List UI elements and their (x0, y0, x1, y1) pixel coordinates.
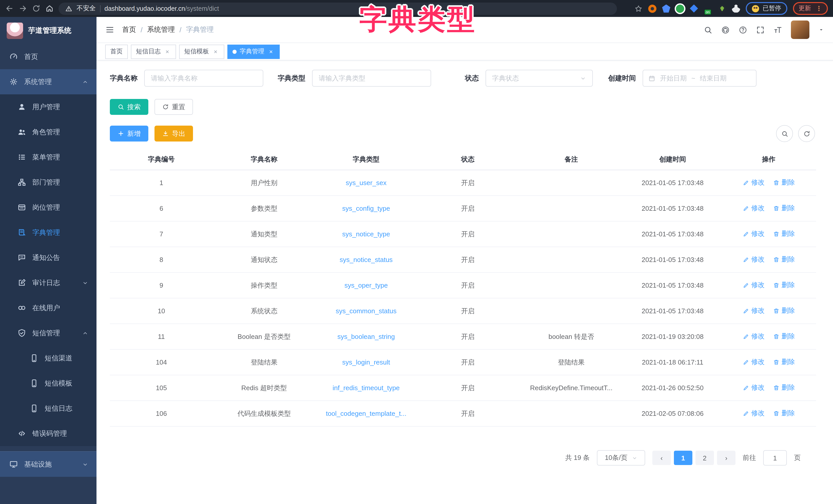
tab-2[interactable]: 短信模板× (179, 44, 224, 59)
avatar-caret-down-icon[interactable] (818, 27, 824, 33)
sidebar-item-online-user[interactable]: 在线用户 (0, 295, 96, 321)
sidebar-item-sms-channel[interactable]: 短信渠道 (0, 346, 96, 371)
delete-link[interactable]: 删除 (773, 255, 795, 264)
dict-type-link[interactable]: sys_login_result (342, 358, 390, 366)
tab-3[interactable]: 字典管理× (228, 44, 280, 59)
delete-link[interactable]: 删除 (773, 229, 795, 239)
logo[interactable]: 芋道管理系统 (0, 17, 96, 44)
dict-type-link[interactable]: sys_oper_type (344, 281, 388, 289)
sidebar-item-role[interactable]: 角色管理 (0, 120, 96, 145)
breadcrumb-system[interactable]: 系统管理 (147, 25, 175, 34)
edit-link[interactable]: 修改 (742, 358, 764, 367)
dict-type-link[interactable]: sys_user_sex (346, 179, 386, 186)
browser-home-icon[interactable] (45, 4, 54, 13)
edit-link[interactable]: 修改 (742, 383, 764, 393)
dict-type-link[interactable]: sys_config_type (342, 205, 390, 212)
sidebar-item-home[interactable]: 首页 (0, 44, 96, 69)
table-search-button[interactable] (776, 125, 793, 142)
sidebar-item-sms[interactable]: 短信管理 (0, 321, 96, 346)
edit-link[interactable]: 修改 (742, 204, 764, 213)
extension-green-circle-icon[interactable] (676, 4, 684, 12)
cell-status: 开启 (417, 298, 519, 324)
breadcrumb-home[interactable]: 首页 (122, 25, 136, 34)
dict-type-input[interactable] (312, 70, 431, 87)
sidebar-item-menu[interactable]: 菜单管理 (0, 145, 96, 170)
sidebar-item-dept[interactable]: 部门管理 (0, 170, 96, 195)
edit-link[interactable]: 修改 (742, 281, 764, 290)
delete-link[interactable]: 删除 (773, 281, 795, 290)
reset-button[interactable]: 重置 (154, 99, 193, 115)
edit-link[interactable]: 修改 (742, 332, 764, 341)
paused-extension-button[interactable]: 已暂停 (746, 2, 787, 15)
delete-link[interactable]: 删除 (773, 178, 795, 187)
help-icon[interactable] (739, 25, 747, 34)
browser-reload-icon[interactable] (32, 4, 41, 13)
search-button[interactable]: 搜索 (110, 99, 148, 115)
dict-type-link[interactable]: sys_notice_type (342, 230, 390, 238)
extension-sprout-icon[interactable] (718, 4, 726, 12)
github-icon[interactable] (721, 25, 730, 34)
table-refresh-button[interactable] (798, 125, 815, 142)
browser-update-button[interactable]: 更新 ⋮ (793, 2, 828, 15)
sidebar-item-audit-log[interactable]: 审计日志 (0, 270, 96, 295)
cell-dict-type: sys_notice_status (315, 247, 417, 273)
extension-gem-icon[interactable] (662, 4, 670, 12)
sidebar-item-system[interactable]: 系统管理 (0, 69, 96, 94)
hamburger-icon[interactable] (105, 25, 115, 34)
dict-type-link[interactable]: tool_codegen_template_t... (326, 410, 406, 417)
page-button-2[interactable]: 2 (695, 451, 714, 465)
sidebar-item-post[interactable]: 岗位管理 (0, 195, 96, 220)
extension-list-icon[interactable]: on (704, 4, 712, 13)
tab-close-icon[interactable]: × (164, 48, 171, 55)
page-size-select[interactable]: 10条/页 (597, 450, 645, 465)
date-range-picker[interactable]: 开始日期 ~ 结束日期 (643, 70, 757, 87)
browser-menu-icon[interactable]: ⋮ (815, 5, 822, 12)
edit-link[interactable]: 修改 (742, 178, 764, 187)
delete-link[interactable]: 删除 (773, 383, 795, 393)
address-bar[interactable]: 不安全 dashboard.yudao.iocoder.cn/system/di… (58, 2, 617, 15)
dict-type-link[interactable]: sys_common_status (336, 307, 397, 315)
edit-link[interactable]: 修改 (742, 229, 764, 239)
tab-close-icon[interactable]: × (267, 48, 275, 55)
browser-forward-icon[interactable] (19, 4, 27, 13)
bookmark-star-icon[interactable] (634, 4, 643, 12)
header-search-icon[interactable] (704, 25, 712, 34)
avatar[interactable] (791, 21, 809, 39)
sidebar-item-dict[interactable]: 字典管理 (0, 220, 96, 245)
fullscreen-icon[interactable] (756, 25, 765, 34)
prev-page-button[interactable]: ‹ (652, 451, 671, 465)
tab-0[interactable]: 首页 (105, 44, 128, 59)
browser-back-icon[interactable] (5, 4, 14, 13)
next-page-button[interactable]: › (717, 451, 736, 465)
tab-1[interactable]: 短信日志× (131, 44, 176, 59)
sidebar-item-sms-template[interactable]: 短信模板 (0, 371, 96, 396)
sidebar-item-notice[interactable]: 通知公告 (0, 245, 96, 270)
dict-name-input[interactable] (144, 70, 263, 87)
sidebar-item-label: 通知公告 (32, 253, 88, 262)
font-size-icon[interactable] (774, 25, 782, 34)
edit-link[interactable]: 修改 (742, 306, 764, 316)
tab-close-icon[interactable]: × (212, 48, 219, 55)
sidebar-item-error-code[interactable]: 错误码管理 (0, 421, 96, 446)
sidebar-item-user[interactable]: 用户管理 (0, 94, 96, 120)
dict-type-link[interactable]: sys_notice_status (339, 256, 392, 263)
delete-link[interactable]: 删除 (773, 332, 795, 341)
extension-donut-icon[interactable] (648, 4, 657, 12)
extension-person-icon[interactable] (732, 4, 740, 12)
export-button[interactable]: 导出 (154, 126, 193, 142)
sidebar-item-infra[interactable]: 基础设施 (0, 451, 96, 477)
add-button[interactable]: 新增 (110, 126, 148, 142)
delete-link[interactable]: 删除 (773, 358, 795, 367)
delete-link[interactable]: 删除 (773, 409, 795, 418)
status-select[interactable]: 字典状态 (485, 70, 593, 87)
page-button-1[interactable]: 1 (674, 451, 692, 465)
extension-diamond-icon[interactable] (690, 4, 698, 12)
goto-page-input[interactable] (763, 450, 787, 465)
dict-type-link[interactable]: sys_boolean_string (337, 333, 395, 341)
edit-link[interactable]: 修改 (742, 409, 764, 418)
dict-type-link[interactable]: inf_redis_timeout_type (333, 384, 400, 392)
sidebar-item-sms-log[interactable]: 短信日志 (0, 396, 96, 421)
delete-link[interactable]: 删除 (773, 204, 795, 213)
edit-link[interactable]: 修改 (742, 255, 764, 264)
delete-link[interactable]: 删除 (773, 306, 795, 316)
